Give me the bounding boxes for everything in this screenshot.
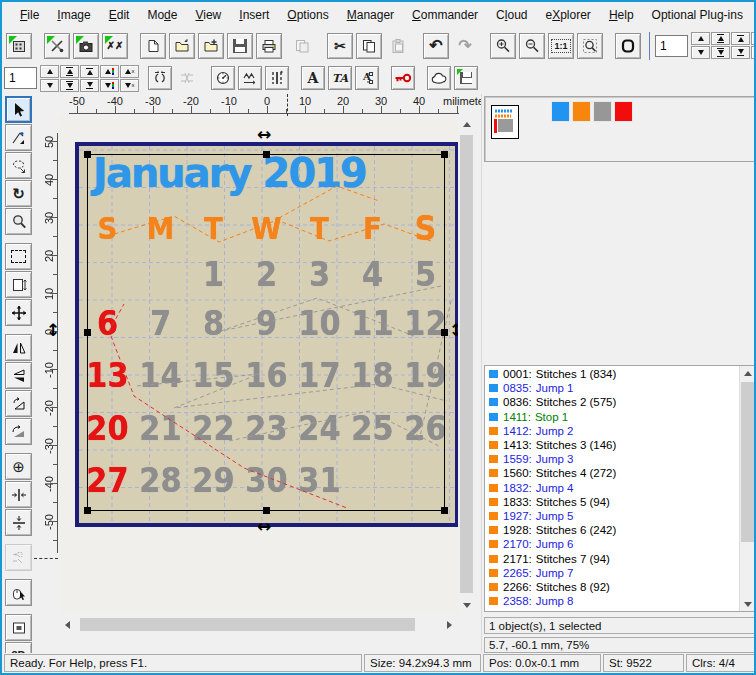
font-manager-button[interactable]: TA	[328, 66, 352, 90]
password-button[interactable]	[391, 66, 415, 90]
center-horizontally-button[interactable]	[5, 481, 32, 508]
print-button[interactable]	[256, 33, 282, 59]
scroll-down-button[interactable]	[740, 597, 755, 611]
stitch-list-item[interactable]: 2265: Jump 7	[485, 566, 739, 580]
selection-rectangle[interactable]	[87, 154, 445, 511]
selection-handle-n[interactable]	[263, 151, 270, 158]
scrollbar-thumb[interactable]	[80, 618, 415, 631]
save-all-button[interactable]	[454, 66, 478, 90]
design-thumbnail[interactable]	[491, 105, 519, 139]
edit-nodes-tool-button[interactable]	[5, 124, 32, 151]
open-file-button[interactable]	[169, 33, 195, 59]
thread-color-swatch[interactable]	[572, 101, 591, 122]
selection-handle-sw[interactable]	[84, 507, 91, 514]
thread-color-swatch[interactable]	[551, 101, 570, 122]
text-tool-button[interactable]: A	[301, 66, 325, 90]
stitch-list-item[interactable]: 1412: Jump 2	[485, 424, 739, 438]
center-vertically-button[interactable]	[5, 509, 32, 536]
rect-select-tool-button[interactable]	[5, 243, 32, 270]
stitch-list-item[interactable]: 1560: Stitches 4 (272)	[485, 466, 739, 480]
stitch-list-item[interactable]: 0001: Stitches 1 (834)	[485, 367, 739, 381]
selection-handle-se[interactable]	[441, 507, 448, 514]
scrollbar-thumb[interactable]	[460, 135, 473, 593]
save-file-button[interactable]	[227, 33, 253, 59]
order-to-bottom-button[interactable]	[80, 79, 99, 92]
scroll-up-button[interactable]	[458, 116, 475, 133]
order-down-color-button[interactable]	[751, 46, 756, 59]
lasso-select-tool-button[interactable]	[5, 152, 32, 179]
rotate-angle-button[interactable]	[5, 418, 32, 445]
resize-tool-button[interactable]	[5, 271, 32, 298]
hoop-button[interactable]	[615, 33, 641, 59]
copy-button[interactable]	[356, 33, 382, 59]
order-to-top-button[interactable]	[80, 65, 99, 78]
order-up-range-button[interactable]	[60, 65, 79, 78]
stitch-list-item[interactable]: 1832: Jump 4	[485, 481, 739, 495]
order-to-bottom-button[interactable]	[731, 46, 750, 59]
scroll-left-button[interactable]	[59, 616, 76, 633]
rotate-tool-button[interactable]: ↻	[5, 180, 32, 207]
center-design-button[interactable]: ⊕	[5, 453, 32, 480]
reverse-order-button[interactable]	[148, 66, 172, 90]
zoom-selection-button[interactable]	[577, 33, 603, 59]
selection-handle-ne[interactable]	[441, 151, 448, 158]
zoom-1to1-button[interactable]: 1:1	[548, 33, 574, 59]
order-input-top[interactable]	[655, 35, 688, 57]
undo-button[interactable]: ↶	[423, 33, 449, 59]
merge-file-button[interactable]	[198, 33, 224, 59]
scroll-up-button[interactable]	[740, 366, 755, 380]
stitch-block-list[interactable]: 0001: Stitches 1 (834) 0835: Jump 1 0836…	[484, 365, 755, 612]
order-down-range-button[interactable]	[711, 46, 730, 59]
thread-color-swatch[interactable]	[593, 101, 612, 122]
order-up-color-button[interactable]	[100, 65, 119, 78]
scroll-down-button[interactable]	[458, 597, 475, 614]
pointer-options-button[interactable]	[5, 579, 32, 606]
menu-item[interactable]: Mode	[139, 5, 185, 25]
new-file-button[interactable]	[140, 33, 166, 59]
menu-item[interactable]: eXplorer	[537, 5, 598, 25]
selection-handle-s[interactable]	[263, 507, 270, 514]
order-up-block-button[interactable]: x	[120, 65, 139, 78]
stitch-length-button[interactable]	[238, 66, 262, 90]
order-up-color-button[interactable]	[751, 32, 756, 45]
order-down-button[interactable]	[691, 46, 710, 59]
stitch-list-item[interactable]: 1411: Stop 1	[485, 410, 739, 424]
stitch-list-item[interactable]: 2358: Jump 8	[485, 594, 739, 608]
sew-simulator-button[interactable]	[211, 66, 235, 90]
menu-item[interactable]: File	[12, 5, 47, 25]
stitch-list-item[interactable]: 2359: Stitches 9 (148)	[485, 608, 739, 612]
stitch-list-item[interactable]: 1413: Stitches 3 (146)	[485, 438, 739, 452]
move-tool-button[interactable]	[5, 299, 32, 326]
stitch-list-item[interactable]: 1833: Stitches 5 (94)	[485, 495, 739, 509]
order-down-range-button[interactable]	[60, 79, 79, 92]
selection-handle-e[interactable]	[441, 329, 448, 336]
stitch-list-item[interactable]: 1559: Jump 3	[485, 452, 739, 466]
scroll-right-button[interactable]	[441, 616, 458, 633]
monogram-button[interactable]: A	[355, 66, 379, 90]
cloud-services-button[interactable]	[427, 66, 451, 90]
menu-item[interactable]: Optional Plug-ins	[644, 5, 751, 25]
stitch-list-item[interactable]: 2171: Stitches 7 (94)	[485, 551, 739, 565]
insert-design-button[interactable]	[44, 33, 70, 59]
density-button[interactable]	[265, 66, 289, 90]
menu-item[interactable]: Commander	[404, 5, 486, 25]
menu-item[interactable]: Manager	[339, 5, 402, 25]
cut-button[interactable]: ✂	[327, 33, 353, 59]
order-up-button[interactable]	[691, 32, 710, 45]
order-to-top-button[interactable]	[731, 32, 750, 45]
select-tool-button[interactable]	[5, 96, 32, 123]
scrollbar-thumb[interactable]	[741, 382, 754, 542]
order-down-block-button[interactable]: x	[120, 79, 139, 92]
zoom-tool-button[interactable]	[5, 208, 32, 235]
order-down-button[interactable]	[40, 79, 59, 92]
menu-item[interactable]: Edit	[101, 5, 138, 25]
menu-item[interactable]: Help	[601, 5, 642, 25]
order-input-second[interactable]	[4, 67, 37, 89]
stitch-list-item[interactable]: 1927: Jump 5	[485, 509, 739, 523]
nest-window-button[interactable]	[5, 614, 32, 641]
zoom-in-button[interactable]	[490, 33, 516, 59]
stitch-list-item[interactable]: 1928: Stitches 6 (242)	[485, 523, 739, 537]
insert-image-button[interactable]	[73, 33, 99, 59]
editor-manager-button[interactable]	[6, 33, 32, 59]
order-up-range-button[interactable]	[711, 32, 730, 45]
